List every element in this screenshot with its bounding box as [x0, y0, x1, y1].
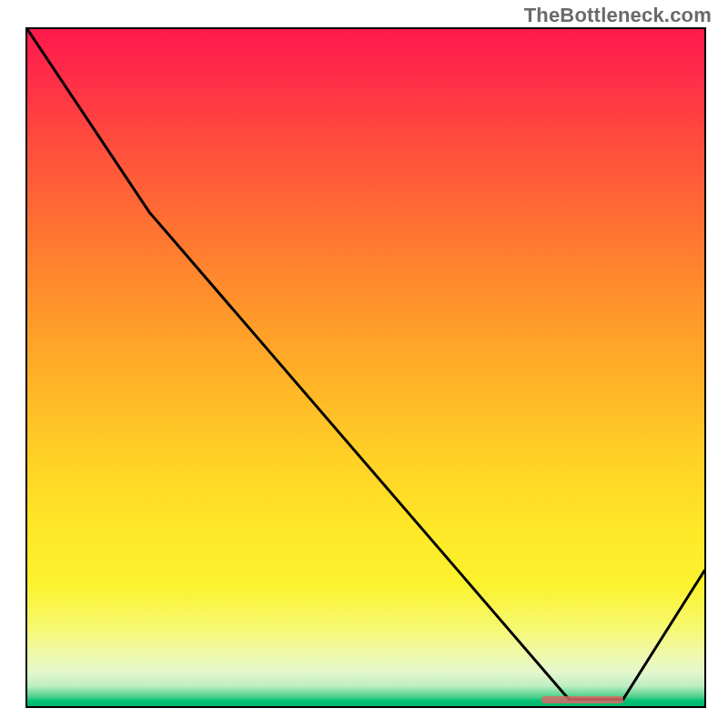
watermark-text: TheBottleneck.com — [524, 4, 712, 27]
chart-line — [27, 29, 704, 700]
chart-line-layer — [27, 29, 704, 706]
chart-plot-area — [25, 27, 706, 708]
chart-marker — [541, 696, 622, 703]
